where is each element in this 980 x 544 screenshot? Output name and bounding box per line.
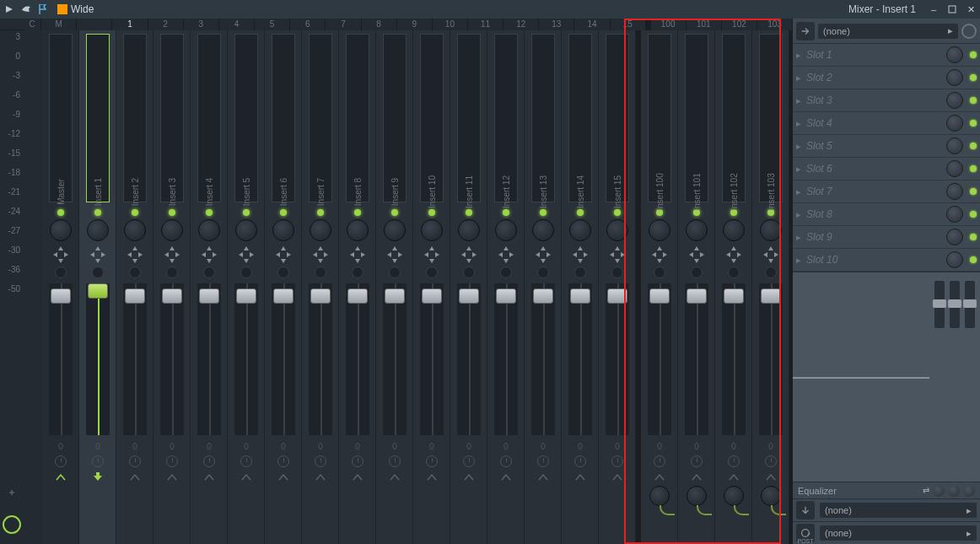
track-delay-icon[interactable] xyxy=(500,455,512,467)
send-knob[interactable] xyxy=(649,486,670,506)
stereo-sep-icon[interactable] xyxy=(276,246,291,263)
eq-knob-low[interactable] xyxy=(933,485,945,497)
nudge-icon[interactable] xyxy=(6,487,18,498)
fx-enable-icon[interactable] xyxy=(502,442,510,450)
track-delay-icon[interactable] xyxy=(537,455,549,467)
pan-knob[interactable] xyxy=(569,219,591,241)
track-delay-icon[interactable] xyxy=(654,455,665,467)
fx-enable-icon[interactable] xyxy=(613,442,622,450)
fx-enable-icon[interactable] xyxy=(131,442,139,450)
route-arrow-icon[interactable] xyxy=(315,472,326,481)
route-arrow-icon[interactable] xyxy=(766,472,776,481)
effect-slot-3[interactable]: ▸Slot 3 xyxy=(793,89,980,112)
fx-enable-icon[interactable] xyxy=(316,442,325,450)
stereo-sep-icon[interactable] xyxy=(387,246,402,263)
pan-knob[interactable] xyxy=(50,219,72,241)
stereo-sep-icon[interactable] xyxy=(53,246,68,263)
close-button[interactable]: ✕ xyxy=(965,3,977,15)
eq-graph-panel[interactable] xyxy=(793,272,980,482)
stereo-sep-icon[interactable] xyxy=(239,246,254,263)
volume-fader[interactable] xyxy=(197,283,221,435)
eq-fader-3[interactable] xyxy=(965,281,975,328)
stereo-sep-icon[interactable] xyxy=(536,246,551,263)
mute-led[interactable] xyxy=(614,209,621,216)
mixer-track-insert-100[interactable]: Insert 100 xyxy=(641,30,678,544)
track-header-5[interactable]: 5 xyxy=(255,19,290,30)
volume-fader[interactable] xyxy=(234,283,258,435)
track-header-7[interactable]: 7 xyxy=(326,19,361,30)
mute-led[interactable] xyxy=(243,209,250,216)
slot-mix-knob[interactable] xyxy=(946,92,963,109)
volume-fader[interactable] xyxy=(309,283,332,435)
track-delay-icon[interactable] xyxy=(203,455,215,467)
pan-knob[interactable] xyxy=(495,219,517,241)
fx-enable-icon[interactable] xyxy=(767,442,775,450)
fx-enable-icon[interactable] xyxy=(576,442,584,450)
mixer-track-insert-14[interactable]: Insert 14 xyxy=(562,30,599,544)
slot-enable-led[interactable] xyxy=(970,143,977,149)
fx-enable-icon[interactable] xyxy=(465,442,473,450)
input-selector[interactable]: (none) ▸ xyxy=(818,24,958,39)
effect-slot-2[interactable]: ▸Slot 2 xyxy=(793,67,980,89)
mixer-track-insert-1[interactable]: Insert 1 xyxy=(79,30,116,544)
route-arrow-icon[interactable] xyxy=(575,472,585,481)
fx-enable-icon[interactable] xyxy=(242,442,250,450)
pan-knob[interactable] xyxy=(310,219,331,241)
track-header-8[interactable]: 8 xyxy=(362,19,397,30)
pan-knob[interactable] xyxy=(161,219,183,241)
route-arrow-icon[interactable] xyxy=(241,472,251,481)
track-header-9[interactable]: 9 xyxy=(397,19,433,30)
link-icon[interactable] xyxy=(277,267,289,278)
track-delay-icon[interactable] xyxy=(92,455,104,467)
stereo-sep-icon[interactable] xyxy=(498,246,514,263)
route-arrow-icon[interactable] xyxy=(93,472,103,481)
volume-fader[interactable] xyxy=(457,283,481,435)
mixer-track-insert-102[interactable]: Insert 102 xyxy=(715,30,752,544)
link-icon[interactable] xyxy=(389,267,401,278)
track-delay-icon[interactable] xyxy=(691,455,703,467)
mute-led[interactable] xyxy=(354,209,361,216)
track-header-101[interactable]: 101 xyxy=(687,19,722,30)
track-delay-icon[interactable] xyxy=(352,455,363,467)
route-arrow-icon[interactable] xyxy=(390,472,400,481)
track-header-6[interactable]: 6 xyxy=(290,19,326,30)
effect-slot-5[interactable]: ▸Slot 5 xyxy=(793,135,980,158)
bird-icon[interactable] xyxy=(20,3,32,15)
link-icon[interactable] xyxy=(500,267,512,278)
mixer-track-insert-5[interactable]: Insert 5 xyxy=(228,30,265,544)
eq-fader-2[interactable] xyxy=(950,281,960,328)
track-header-13[interactable]: 13 xyxy=(539,19,574,30)
pan-knob[interactable] xyxy=(198,219,220,241)
track-delay-icon[interactable] xyxy=(166,455,178,467)
mute-led[interactable] xyxy=(466,209,472,216)
eq-knob-mid[interactable] xyxy=(948,485,960,497)
stereo-sep-icon[interactable] xyxy=(652,246,667,263)
track-delay-icon[interactable] xyxy=(765,455,777,467)
output-selector-1[interactable]: (none)▸ xyxy=(820,503,977,518)
track-header-1[interactable]: 1 xyxy=(112,19,148,30)
track-delay-icon[interactable] xyxy=(426,455,438,467)
fx-enable-icon[interactable] xyxy=(692,442,701,450)
pan-knob[interactable] xyxy=(347,219,369,241)
track-delay-icon[interactable] xyxy=(240,455,252,467)
link-icon[interactable] xyxy=(765,267,777,278)
track-delay-icon[interactable] xyxy=(611,455,623,467)
volume-fader[interactable] xyxy=(759,283,783,435)
route-arrow-icon[interactable] xyxy=(501,472,511,481)
track-delay-icon[interactable] xyxy=(55,455,67,467)
pan-knob[interactable] xyxy=(532,219,554,241)
mixer-track-insert-12[interactable]: Insert 12 xyxy=(487,30,525,544)
eq-fader-1[interactable] xyxy=(934,281,945,328)
slot-mix-knob[interactable] xyxy=(946,251,963,268)
volume-fader[interactable] xyxy=(685,283,708,435)
volume-fader[interactable] xyxy=(568,283,592,435)
track-delay-icon[interactable] xyxy=(574,455,586,467)
volume-fader[interactable] xyxy=(606,283,629,435)
mixer-track-insert-6[interactable]: Insert 6 xyxy=(265,30,302,544)
effect-slot-1[interactable]: ▸Slot 1 xyxy=(793,44,980,67)
mixer-track-insert-103[interactable]: Insert 103 xyxy=(752,30,789,544)
pan-knob[interactable] xyxy=(760,219,782,241)
slot-enable-led[interactable] xyxy=(970,165,977,172)
fx-enable-icon[interactable] xyxy=(168,442,176,450)
effect-slot-9[interactable]: ▸Slot 9 xyxy=(793,226,980,249)
